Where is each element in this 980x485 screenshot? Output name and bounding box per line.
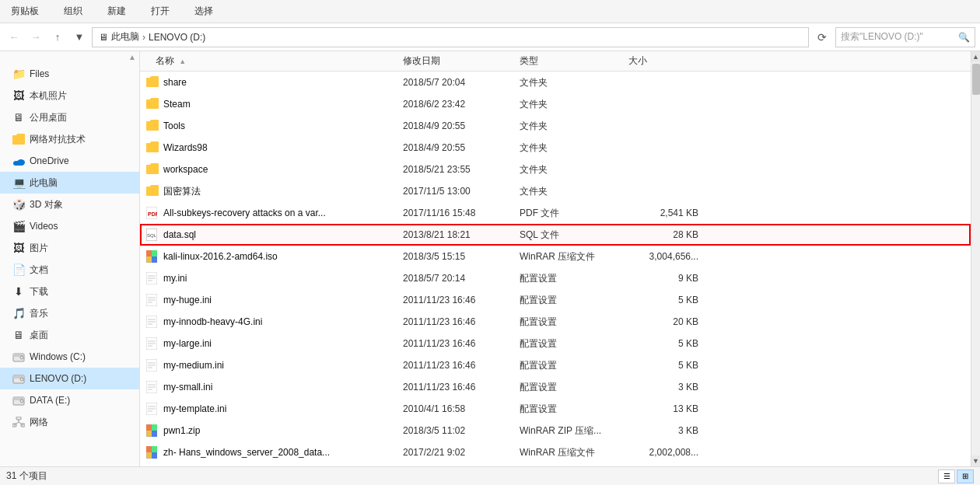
sidebar-item-6[interactable]: 🎲3D 对象 (0, 194, 139, 215)
sidebar-icon-9: 📄 (12, 263, 25, 276)
file-type-5: 文件夹 (520, 185, 628, 198)
sidebar-label-11: 音乐 (30, 307, 48, 320)
file-name-1: Steam (146, 98, 403, 110)
file-row[interactable]: my-medium.ini2011/11/23 16:46配置设置5 KB (140, 354, 971, 376)
col-header-date[interactable]: 修改日期 (403, 54, 520, 68)
file-icon-3 (146, 141, 159, 154)
sidebar-item-16[interactable]: 网络 (0, 411, 139, 433)
file-date-5: 2017/11/5 13:00 (403, 186, 520, 197)
scroll-thumb[interactable] (972, 64, 980, 95)
file-icon-2 (146, 120, 159, 132)
file-name-15: my-template.ini (146, 403, 403, 415)
sidebar-label-9: 文档 (30, 263, 48, 277)
scroll-up-button[interactable]: ▲ (971, 51, 981, 62)
file-row[interactable]: share2018/5/7 20:04文件夹 (140, 72, 971, 93)
file-row[interactable]: workspace2018/5/21 23:55文件夹 (140, 159, 971, 180)
file-date-8: 2018/3/5 15:15 (403, 251, 520, 262)
sidebar-label-3: 网络对抗技术 (30, 133, 86, 146)
address-path[interactable]: 🖥 此电脑 › LENOVO (D:) (92, 27, 809, 47)
scroll-track: ▲ ▼ (971, 51, 980, 466)
file-date-14: 2011/11/23 16:46 (403, 382, 520, 393)
file-row[interactable]: kali-linux-2016.2-amd64.iso2018/3/5 15:1… (140, 246, 971, 267)
sidebar-icon-12: 🖥 (12, 329, 25, 341)
back-button[interactable]: ← (5, 28, 23, 47)
status-bar: 31 个项目 ☰ ⊞ (0, 466, 980, 485)
file-icon-0 (146, 76, 159, 89)
col-header-size[interactable]: 大小 (628, 54, 706, 68)
file-icon-13 (146, 359, 159, 372)
file-icon-11 (146, 316, 159, 328)
sidebar-item-5[interactable]: 💻此电脑 (0, 172, 139, 194)
file-row[interactable]: Wizards982018/4/9 20:55文件夹 (140, 137, 971, 159)
sidebar-scroll-up[interactable]: ▲ (128, 53, 136, 61)
forward-button[interactable]: → (26, 28, 45, 47)
file-row[interactable]: PDFAll-subkeys-recovery attacks on a var… (140, 202, 971, 224)
address-computer-icon: 🖥 (99, 32, 108, 43)
file-type-3: 文件夹 (520, 141, 628, 155)
sidebar-item-1[interactable]: 🖼本机照片 (0, 85, 139, 106)
address-drive: LENOVO (D:) (149, 32, 205, 43)
sidebar-item-11[interactable]: 🎵音乐 (0, 302, 139, 324)
sidebar-item-2[interactable]: 🖥公用桌面 (0, 106, 139, 128)
file-row[interactable]: my.ini2018/5/7 20:14配置设置9 KB (140, 267, 971, 289)
scroll-down-button[interactable]: ▼ (971, 455, 981, 466)
sidebar-item-8[interactable]: 🖼图片 (0, 237, 139, 259)
file-row[interactable]: Tools2018/4/9 20:55文件夹 (140, 115, 971, 137)
file-row[interactable]: my-template.ini2010/4/1 16:58配置设置13 KB (140, 398, 971, 420)
address-separator: › (142, 32, 145, 43)
sidebar-item-10[interactable]: ⬇下载 (0, 281, 139, 302)
sidebar-item-0[interactable]: 📁Files (0, 63, 139, 85)
sidebar-item-7[interactable]: 🎬Videos (0, 215, 139, 237)
dropdown-button[interactable]: ▼ (70, 28, 89, 47)
sidebar-icon-0: 📁 (12, 68, 25, 80)
file-date-11: 2011/11/23 16:46 (403, 316, 520, 327)
sidebar-label-14: LENOVO (D:) (30, 373, 86, 384)
file-size-6: 2,541 KB (628, 208, 706, 218)
file-row[interactable]: SQLdata.sql2013/8/21 18:21SQL 文件28 KB (140, 224, 971, 246)
toolbar: 剪贴板 组织 新建 打开 选择 (0, 0, 980, 23)
svg-rect-25 (152, 250, 157, 256)
view-list-button[interactable]: ⊞ (957, 469, 974, 483)
col-header-type[interactable]: 类型 (520, 54, 628, 68)
file-row[interactable]: my-small.ini2011/11/23 16:46配置设置3 KB (140, 376, 971, 398)
view-details-button[interactable]: ☰ (938, 469, 955, 483)
sidebar-item-14[interactable]: LENOVO (D:) (0, 368, 139, 389)
toolbar-organize: 组织 (59, 3, 87, 19)
sidebar-item-15[interactable]: DATA (E:) (0, 389, 139, 411)
file-row[interactable]: 国密算法2017/11/5 13:00文件夹 (140, 180, 971, 202)
sidebar-item-3[interactable]: 网络对抗技术 (0, 128, 139, 150)
sidebar-item-4[interactable]: OneDrive (0, 150, 139, 172)
file-row[interactable]: my-huge.ini2011/11/23 16:46配置设置5 KB (140, 289, 971, 311)
svg-rect-12 (16, 417, 21, 420)
refresh-button[interactable]: ⟳ (812, 27, 832, 47)
address-this-pc: 此电脑 (111, 30, 139, 44)
file-row[interactable]: my-innodb-heavy-4G.ini2011/11/23 16:46配置… (140, 311, 971, 333)
file-size-7: 28 KB (628, 229, 706, 240)
sidebar-item-13[interactable]: Windows (C:) (0, 346, 139, 368)
file-row[interactable]: zh- Hans_windows_server_2008_data...2017… (140, 441, 971, 463)
search-box[interactable]: 搜索"LENOVO (D:)" 🔍 (835, 27, 975, 47)
file-type-13: 配置设置 (520, 359, 628, 372)
file-type-6: PDF 文件 (520, 207, 628, 220)
up-button[interactable]: ↑ (48, 28, 67, 47)
sidebar-label-5: 此电脑 (30, 176, 58, 190)
sidebar-label-16: 网络 (30, 416, 48, 429)
file-size-12: 5 KB (628, 338, 706, 349)
sidebar-icon-2: 🖥 (12, 111, 25, 124)
file-row[interactable]: Steam2018/6/2 23:42文件夹 (140, 93, 971, 115)
file-row[interactable]: my-large.ini2011/11/23 16:46配置设置5 KB (140, 333, 971, 354)
file-date-2: 2018/4/9 20:55 (403, 120, 520, 131)
file-row[interactable]: pwn1.zip2018/3/5 11:02WinRAR ZIP 压缩...3 … (140, 420, 971, 441)
col-header-name[interactable]: 名称 ▲ (146, 54, 403, 68)
sidebar-item-9[interactable]: 📄文档 (0, 259, 139, 281)
toolbar-clipboard-label: 剪贴板 (6, 3, 44, 19)
sidebar-icon-1: 🖼 (12, 89, 25, 102)
sidebar-item-12[interactable]: 🖥桌面 (0, 324, 139, 346)
file-date-1: 2018/6/2 23:42 (403, 99, 520, 110)
file-type-17: WinRAR 压缩文件 (520, 446, 628, 459)
sidebar-icon-11: 🎵 (12, 307, 25, 319)
toolbar-new: 新建 (103, 3, 131, 19)
file-date-4: 2018/5/21 23:55 (403, 164, 520, 175)
file-name-0: share (146, 76, 403, 89)
file-name-5: 国密算法 (146, 185, 403, 198)
